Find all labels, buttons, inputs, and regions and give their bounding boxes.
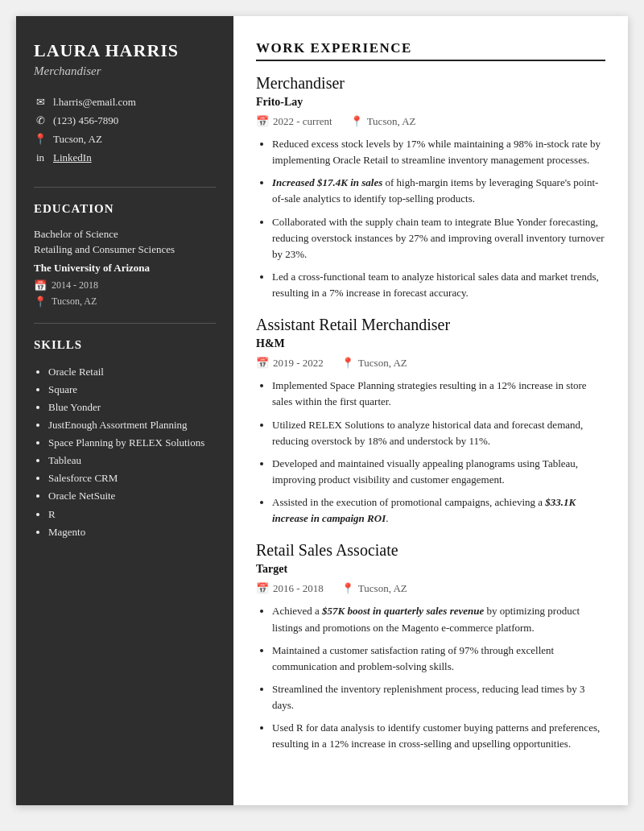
job-block: Retail Sales AssociateTarget 📅 2016 - 20…: [256, 541, 605, 752]
contact-section: ✉ l.harris@email.com ✆ (123) 456-7890 📍 …: [34, 96, 216, 164]
linkedin-item[interactable]: in LinkedIn: [34, 151, 216, 164]
job-location: Tucson, AZ: [358, 582, 407, 595]
edu-university: The University of Arizona: [34, 262, 216, 275]
job-bullets: Reduced excess stock levels by 17% while…: [256, 136, 605, 301]
job-years-item: 📅 2016 - 2018: [256, 582, 324, 595]
skill-item: Magento: [48, 523, 216, 541]
job-title: Merchandiser: [256, 74, 605, 93]
phone-icon: ✆: [34, 114, 47, 127]
job-company: Frito-Lay: [256, 96, 605, 109]
skill-item: JustEnough Assortment Planning: [48, 416, 216, 434]
highlight-text: $33.1K increase in campaign ROI: [272, 496, 576, 524]
edu-location-value: Tucson, AZ: [52, 296, 97, 308]
job-years-item: 📅 2019 - 2022: [256, 357, 324, 370]
linkedin-link[interactable]: LinkedIn: [53, 151, 92, 164]
job-bullets: Achieved a $57K boost in quarterly sales…: [256, 603, 605, 752]
bullet-item: Maintained a customer satisfaction ratin…: [272, 643, 605, 675]
bullet-item: Collaborated with the supply chain team …: [272, 214, 605, 263]
degree-line1: Bachelor of Science: [34, 228, 118, 240]
skills-list: Oracle RetailSquareBlue YonderJustEnough…: [34, 363, 216, 541]
skill-item: Tableau: [48, 452, 216, 469]
location-item: 📍 Tucson, AZ: [34, 133, 216, 146]
edu-degree: Bachelor of Science Retailing and Consum…: [34, 227, 216, 256]
edu-location: 📍 Tucson, AZ: [34, 296, 216, 308]
location-icon: 📍: [350, 115, 363, 128]
job-company: H&M: [256, 337, 605, 350]
main-content: WORK EXPERIENCE MerchandiserFrito-Lay 📅 …: [233, 16, 628, 805]
linkedin-icon: in: [34, 151, 47, 164]
education-section-title: EDUCATION: [34, 202, 216, 216]
location-icon: 📍: [34, 133, 47, 146]
job-location-item: 📍 Tucson, AZ: [350, 115, 416, 128]
job-location-item: 📍 Tucson, AZ: [341, 357, 407, 370]
work-experience-title: WORK EXPERIENCE: [256, 40, 605, 61]
candidate-name: LAURA HARRIS: [34, 40, 216, 61]
bullet-item: Streamlined the inventory replenishment …: [272, 681, 605, 713]
email-value: l.harris@email.com: [53, 96, 136, 109]
skill-item: Space Planning by RELEX Solutions: [48, 434, 216, 452]
calendar-icon: 📅: [256, 582, 269, 595]
bullet-item: Assisted in the execution of promotional…: [272, 494, 605, 527]
job-years: 2022 - current: [273, 115, 332, 128]
edu-years-value: 2014 - 2018: [52, 279, 98, 291]
skill-item: Blue Yonder: [48, 399, 216, 416]
location-icon: 📍: [341, 357, 354, 370]
job-company: Target: [256, 563, 605, 576]
bullet-item: Achieved a $57K boost in quarterly sales…: [272, 603, 605, 635]
skill-item: R: [48, 506, 216, 523]
calendar-icon: 📅: [256, 357, 269, 370]
email-icon: ✉: [34, 96, 47, 109]
bullet-item: Increased $17.4K in sales of high-margin…: [272, 175, 605, 207]
degree-line2: Retailing and Consumer Sciences: [34, 243, 175, 255]
skills-section-title: SKILLS: [34, 338, 216, 352]
divider-1: [34, 187, 216, 188]
location-value: Tucson, AZ: [53, 133, 102, 146]
job-meta: 📅 2019 - 2022 📍 Tucson, AZ: [256, 357, 605, 370]
skill-item: Oracle Retail: [48, 363, 216, 381]
skill-item: Oracle NetSuite: [48, 487, 216, 505]
job-location: Tucson, AZ: [358, 357, 407, 370]
candidate-title: Merchandiser: [34, 64, 216, 78]
bullet-item: Led a cross-functional team to analyze h…: [272, 269, 605, 301]
highlight-text: Increased $17.4K in sales: [272, 176, 382, 188]
job-location: Tucson, AZ: [367, 115, 416, 128]
skill-item: Salesforce CRM: [48, 469, 216, 487]
location-icon: 📍: [341, 582, 354, 595]
phone-value: (123) 456-7890: [53, 114, 118, 127]
job-block: Assistant Retail MerchandiserH&M 📅 2019 …: [256, 316, 605, 527]
job-meta: 📅 2016 - 2018 📍 Tucson, AZ: [256, 582, 605, 595]
job-bullets: Implemented Space Planning strategies re…: [256, 378, 605, 527]
resume-container: LAURA HARRIS Merchandiser ✉ l.harris@ema…: [16, 16, 628, 805]
jobs-container: MerchandiserFrito-Lay 📅 2022 - current 📍…: [256, 74, 605, 753]
job-years: 2016 - 2018: [273, 582, 324, 595]
calendar-icon: 📅: [34, 279, 47, 292]
job-title: Assistant Retail Merchandiser: [256, 316, 605, 334]
bullet-item: Used R for data analysis to identify cus…: [272, 720, 605, 752]
sidebar: LAURA HARRIS Merchandiser ✉ l.harris@ema…: [16, 16, 233, 805]
edu-location-icon: 📍: [34, 296, 47, 308]
bullet-item: Reduced excess stock levels by 17% while…: [272, 136, 605, 168]
email-item: ✉ l.harris@email.com: [34, 96, 216, 109]
job-block: MerchandiserFrito-Lay 📅 2022 - current 📍…: [256, 74, 605, 301]
bullet-item: Utilized RELEX Solutions to analyze hist…: [272, 417, 605, 449]
job-location-item: 📍 Tucson, AZ: [341, 582, 407, 595]
edu-years: 📅 2014 - 2018: [34, 279, 216, 292]
job-title: Retail Sales Associate: [256, 541, 605, 560]
skill-item: Square: [48, 381, 216, 399]
bullet-item: Developed and maintained visually appeal…: [272, 456, 605, 488]
highlight-text: $57K boost in quarterly sales revenue: [322, 605, 484, 617]
job-years: 2019 - 2022: [273, 357, 324, 370]
calendar-icon: 📅: [256, 115, 269, 128]
phone-item: ✆ (123) 456-7890: [34, 114, 216, 127]
divider-2: [34, 323, 216, 324]
bullet-item: Implemented Space Planning strategies re…: [272, 378, 605, 410]
job-years-item: 📅 2022 - current: [256, 115, 332, 128]
job-meta: 📅 2022 - current 📍 Tucson, AZ: [256, 115, 605, 128]
